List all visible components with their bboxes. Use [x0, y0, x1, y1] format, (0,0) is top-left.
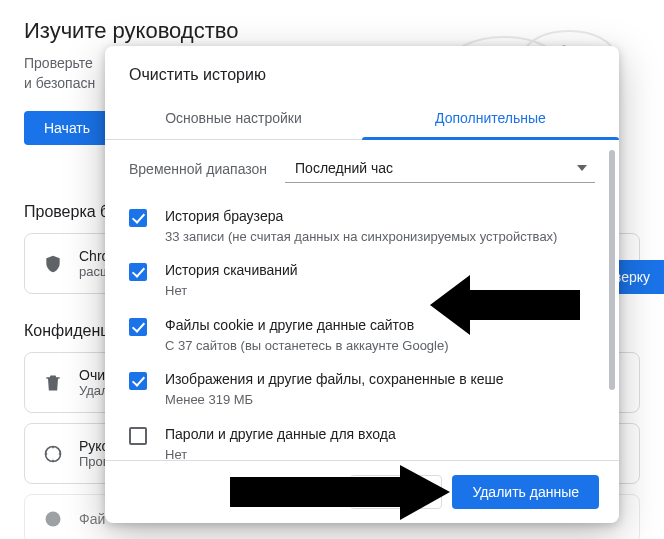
item-cached-images[interactable]: Изображения и другие файлы, сохраненные … — [129, 362, 595, 416]
item-sub: С 37 сайтов (вы останетесь в аккаунте Go… — [165, 337, 449, 355]
item-passwords[interactable]: Пароли и другие данные для входа Нет — [129, 417, 595, 460]
clear-data-button[interactable]: Удалить данные — [452, 475, 599, 509]
item-sub: Менее 319 МБ — [165, 391, 504, 409]
time-range-select[interactable]: Последний час — [285, 154, 595, 183]
svg-point-3 — [46, 446, 61, 461]
checkbox-download-history[interactable] — [129, 263, 147, 281]
compass-icon — [43, 444, 63, 464]
item-title: Пароли и другие данные для входа — [165, 425, 396, 444]
item-sub: Нет — [165, 446, 396, 460]
item-sub: Нет — [165, 282, 298, 300]
checkbox-passwords[interactable] — [129, 427, 147, 445]
dialog-title: Очистить историю — [105, 46, 619, 98]
item-title: Файлы cookie и другие данные сайтов — [165, 316, 449, 335]
shield-icon — [43, 254, 63, 274]
item-title: История скачиваний — [165, 261, 298, 280]
start-button[interactable]: Начать — [24, 111, 110, 145]
files-card-title: Фай — [79, 511, 105, 527]
item-title: Изображения и другие файлы, сохраненные … — [165, 370, 504, 389]
checkbox-cookies[interactable] — [129, 318, 147, 336]
cookie-icon — [43, 509, 63, 529]
chevron-down-icon — [577, 165, 587, 171]
cancel-button[interactable]: Отмена — [350, 475, 442, 509]
dialog-body: Временной диапазон Последний час История… — [105, 140, 619, 460]
tab-basic[interactable]: Основные настройки — [105, 98, 362, 139]
item-title: История браузера — [165, 207, 557, 226]
dialog-tabs: Основные настройки Дополнительные — [105, 98, 619, 140]
dialog-footer: Отмена Удалить данные — [105, 460, 619, 523]
checkbox-cached-images[interactable] — [129, 372, 147, 390]
item-download-history[interactable]: История скачиваний Нет — [129, 253, 595, 307]
scrollbar[interactable] — [609, 150, 615, 450]
checkbox-browsing-history[interactable] — [129, 209, 147, 227]
svg-point-4 — [46, 512, 61, 527]
item-sub: 33 записи (не считая данных на синхрониз… — [165, 228, 557, 246]
time-range-value: Последний час — [295, 160, 393, 176]
clear-browsing-data-dialog: Очистить историю Основные настройки Допо… — [105, 46, 619, 523]
tab-advanced[interactable]: Дополнительные — [362, 98, 619, 139]
trash-icon — [43, 373, 63, 393]
item-browsing-history[interactable]: История браузера 33 записи (не считая да… — [129, 199, 595, 253]
scrollbar-thumb[interactable] — [609, 150, 615, 390]
time-range-label: Временной диапазон — [129, 161, 267, 177]
item-cookies[interactable]: Файлы cookie и другие данные сайтов С 37… — [129, 308, 595, 362]
